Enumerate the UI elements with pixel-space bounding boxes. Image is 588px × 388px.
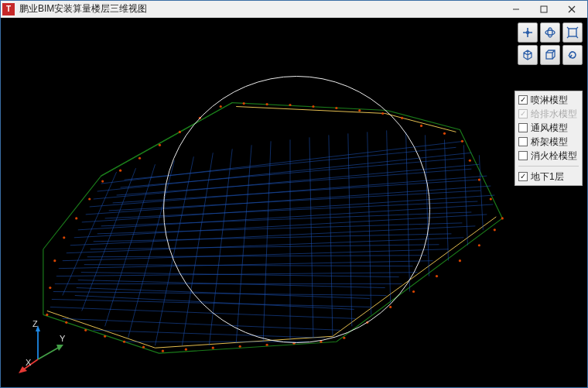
layer-panel: ✓ 喷淋模型 ✓ 给排水模型 通风模型 桥架模型 消火栓模型 ✓ 地下1层 xyxy=(514,91,583,186)
refresh-tool[interactable] xyxy=(562,45,583,65)
svg-point-88 xyxy=(401,117,403,119)
iso-view-tool[interactable] xyxy=(518,45,538,65)
svg-point-64 xyxy=(123,341,125,343)
svg-point-89 xyxy=(381,112,384,115)
svg-point-114 xyxy=(526,31,529,34)
svg-point-63 xyxy=(104,335,106,338)
minimize-button[interactable] xyxy=(502,2,530,17)
svg-line-50 xyxy=(101,212,472,226)
svg-line-54 xyxy=(87,256,427,257)
checkbox-icon: ✓ xyxy=(518,172,528,181)
svg-point-102 xyxy=(101,180,104,183)
svg-point-78 xyxy=(459,259,461,262)
title-bar: T 鹏业BIM安装算量楼层三维视图 xyxy=(1,1,587,18)
svg-point-86 xyxy=(443,132,446,135)
svg-line-36 xyxy=(348,133,352,326)
svg-point-83 xyxy=(478,179,480,181)
layer-item-ventilation[interactable]: 通风模型 xyxy=(518,122,579,133)
svg-point-116 xyxy=(548,28,552,37)
viewport-3d[interactable]: Z Y X ✓ 喷淋模型 ✓ 给排水模型 通风模型 桥架模型 消火栓模型 xyxy=(1,18,587,387)
model-wireframe xyxy=(1,18,587,387)
svg-point-85 xyxy=(461,140,463,142)
svg-point-80 xyxy=(494,228,496,231)
svg-line-19 xyxy=(52,299,371,307)
svg-rect-1 xyxy=(541,6,547,12)
svg-line-10 xyxy=(78,204,494,230)
svg-line-35 xyxy=(329,135,333,335)
svg-point-101 xyxy=(119,170,121,172)
layer-item-water: ✓ 给排水模型 xyxy=(518,108,579,119)
window-controls xyxy=(502,2,586,17)
svg-line-31 xyxy=(236,145,251,343)
pan-tool[interactable] xyxy=(518,22,538,43)
checkbox-icon xyxy=(518,151,528,160)
layer-label: 给排水模型 xyxy=(531,108,577,119)
svg-point-69 xyxy=(239,345,241,348)
svg-rect-118 xyxy=(546,53,552,59)
svg-point-92 xyxy=(312,105,314,108)
svg-point-105 xyxy=(63,236,65,239)
svg-line-18 xyxy=(53,292,387,296)
svg-line-4 xyxy=(101,141,464,184)
layer-label: 桥架模型 xyxy=(531,136,568,147)
svg-point-60 xyxy=(46,314,48,316)
view-tool-palette xyxy=(518,22,583,65)
checkbox-icon xyxy=(518,137,528,146)
svg-point-100 xyxy=(138,157,141,160)
svg-point-97 xyxy=(199,117,201,119)
svg-point-99 xyxy=(159,144,161,146)
svg-point-93 xyxy=(289,104,291,106)
svg-line-58 xyxy=(77,288,370,299)
svg-point-74 xyxy=(366,321,368,324)
layer-item-sprinkler[interactable]: ✓ 喷淋模型 xyxy=(518,94,579,105)
layer-label: 喷淋模型 xyxy=(531,94,568,105)
svg-point-84 xyxy=(469,160,471,162)
svg-line-49 xyxy=(105,201,478,218)
layer-item-hydrant[interactable]: 消火栓模型 xyxy=(518,150,579,161)
svg-point-65 xyxy=(142,346,145,349)
svg-point-106 xyxy=(53,259,56,262)
svg-line-51 xyxy=(97,223,463,234)
svg-line-7 xyxy=(90,176,487,207)
svg-point-90 xyxy=(358,109,361,112)
svg-point-87 xyxy=(420,125,422,127)
svg-point-61 xyxy=(65,321,67,324)
layer-label: 通风模型 xyxy=(531,122,568,133)
svg-point-95 xyxy=(243,102,245,105)
svg-line-21 xyxy=(63,318,340,330)
checkbox-icon xyxy=(518,123,528,132)
svg-point-82 xyxy=(490,197,492,200)
svg-point-76 xyxy=(412,290,415,293)
svg-line-45 xyxy=(121,158,464,187)
maximize-button[interactable] xyxy=(530,2,558,17)
svg-line-20 xyxy=(50,307,356,318)
svg-point-115 xyxy=(545,30,555,35)
svg-point-79 xyxy=(478,244,480,246)
checkbox-icon: ✓ xyxy=(518,95,528,105)
floor-item-b1[interactable]: ✓ 地下1层 xyxy=(518,171,579,182)
svg-point-71 xyxy=(292,342,295,345)
svg-point-94 xyxy=(265,103,268,105)
app-icon: T xyxy=(2,3,15,15)
layer-label: 消火栓模型 xyxy=(531,150,577,161)
svg-point-107 xyxy=(49,287,51,289)
svg-rect-117 xyxy=(569,29,576,36)
svg-point-96 xyxy=(220,105,222,108)
svg-line-48 xyxy=(109,191,481,211)
svg-line-55 xyxy=(84,265,413,266)
layer-item-cabletray[interactable]: 桥架模型 xyxy=(518,136,579,147)
svg-point-72 xyxy=(320,341,322,343)
svg-point-77 xyxy=(436,275,438,277)
box-view-tool[interactable] xyxy=(540,45,560,65)
svg-point-98 xyxy=(179,131,181,133)
svg-point-66 xyxy=(162,350,164,352)
svg-line-5 xyxy=(97,153,472,191)
svg-point-73 xyxy=(343,337,345,339)
close-button[interactable] xyxy=(558,2,586,17)
svg-point-104 xyxy=(75,217,77,219)
svg-point-91 xyxy=(335,107,337,109)
orbit-tool[interactable] xyxy=(540,22,560,43)
svg-point-103 xyxy=(88,197,91,200)
zoom-extents-tool[interactable] xyxy=(562,22,583,43)
svg-point-81 xyxy=(501,217,504,219)
